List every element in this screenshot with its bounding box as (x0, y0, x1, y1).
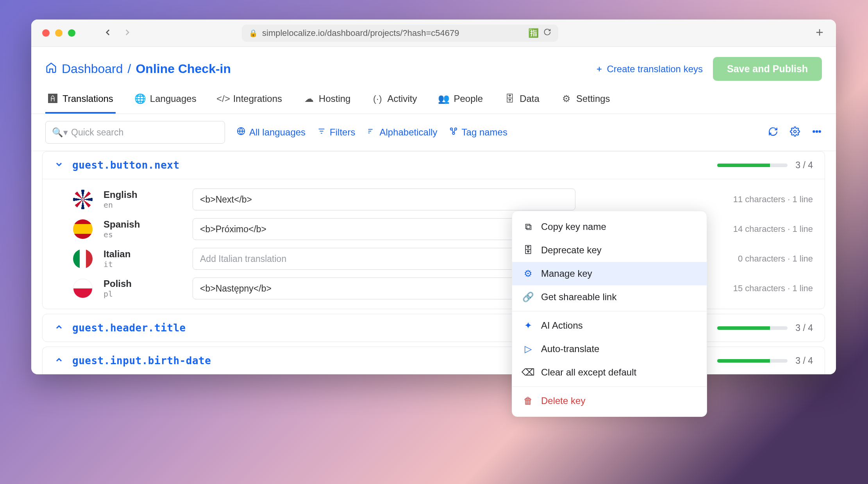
language-label: Spanishes (104, 219, 182, 239)
gear-icon: ⚙ (561, 93, 572, 104)
search-input[interactable]: 🔍▾ Quick search (45, 121, 225, 144)
tag-icon (449, 127, 458, 138)
menu-get-shareable-link[interactable]: 🔗Get shareable link (512, 285, 707, 309)
people-icon: 👥 (439, 93, 449, 104)
all-languages-filter[interactable]: All languages (237, 127, 305, 138)
more-icon[interactable] (812, 126, 822, 138)
svg-point-17 (819, 131, 820, 132)
code-icon: </> (218, 93, 229, 104)
progress-label: 3 / 4 (795, 323, 813, 333)
svg-point-14 (794, 130, 797, 133)
key-name: guest.button.next (72, 159, 180, 171)
tags-button[interactable]: Tag names (449, 127, 507, 138)
traffic-lights (42, 29, 75, 37)
url-bar[interactable]: 🔒 simplelocalize.io/dashboard/projects/?… (242, 25, 558, 42)
keys-list: guest.button.next 3 / 4 Englishen <b>Nex… (31, 151, 836, 374)
sort-button[interactable]: Alphabetically (367, 127, 437, 138)
key-context-menu: ⧉Copy key name 🗄Deprecate key ⚙Manage ke… (512, 211, 707, 417)
translation-input[interactable]: <b>Next</b> (193, 189, 575, 210)
menu-ai-actions[interactable]: ✦AI Actions (512, 314, 707, 337)
activity-icon: (·) (372, 93, 382, 104)
gear-icon: ⚙ (523, 268, 533, 279)
menu-auto-translate[interactable]: ▷Auto-translate (512, 337, 707, 361)
menu-copy-key-name[interactable]: ⧉Copy key name (512, 215, 707, 238)
svg-point-16 (816, 131, 818, 132)
key-name: guest.input.birth-date (72, 355, 211, 367)
filter-icon (317, 127, 326, 138)
sort-icon (367, 127, 375, 138)
search-icon: 🔍▾ (52, 127, 68, 138)
home-icon[interactable] (45, 62, 57, 77)
tab-translations[interactable]: 🅰Translations (45, 88, 116, 114)
menu-manage-key[interactable]: ⚙Manage key (512, 262, 707, 285)
back-button[interactable] (103, 27, 113, 39)
link-icon: 🔗 (523, 292, 533, 302)
progress-bar (717, 326, 788, 330)
refresh-icon[interactable] (768, 126, 778, 138)
minimize-window-button[interactable] (55, 29, 63, 37)
lock-icon: 🔒 (249, 29, 257, 37)
close-window-button[interactable] (42, 29, 50, 37)
progress-bar (717, 164, 788, 167)
filters-button[interactable]: Filters (317, 127, 355, 138)
key-row: guest.header.title 3 / 4 (42, 314, 825, 342)
key-header[interactable]: guest.header.title 3 / 4 (43, 314, 825, 342)
translation-row: Italianit Add Italian translation 0 char… (43, 244, 825, 274)
toolbar: 🔍▾ Quick search All languages Filters Al… (31, 114, 836, 151)
translation-meta: 11 characters · 1 line (733, 194, 813, 205)
language-label: Englishen (104, 189, 182, 210)
breadcrumb: Dashboard / Online Check-in (45, 62, 231, 77)
url-text: simplelocalize.io/dashboard/projects/?ha… (262, 28, 523, 38)
tab-languages[interactable]: 🌐Languages (133, 88, 199, 114)
progress-bar (717, 359, 788, 363)
translation-meta: 14 characters · 1 line (733, 224, 813, 234)
archive-icon: 🗄 (523, 245, 533, 256)
breadcrumb-project[interactable]: Online Check-in (136, 62, 231, 76)
chevron-down-icon (54, 160, 64, 171)
tab-activity[interactable]: (·)Activity (370, 88, 419, 114)
tab-data[interactable]: 🗄Data (502, 88, 542, 114)
clear-icon: ⌫ (523, 367, 533, 378)
browser-window: 🔒 simplelocalize.io/dashboard/projects/?… (31, 20, 836, 374)
maximize-window-button[interactable] (68, 29, 75, 37)
translation-meta: 0 characters · 1 line (738, 254, 813, 264)
play-icon: ▷ (523, 343, 533, 354)
breadcrumb-sep: / (128, 62, 131, 76)
menu-separator (512, 386, 707, 387)
globe-icon: 🌐 (135, 93, 145, 104)
tab-hosting[interactable]: ☁Hosting (302, 88, 353, 114)
flag-icon (73, 190, 93, 209)
nav-arrows (103, 27, 132, 39)
settings-icon[interactable] (790, 126, 800, 138)
forward-button[interactable] (122, 27, 132, 39)
menu-delete-key[interactable]: 🗑Delete key (512, 389, 707, 413)
cloud-icon: ☁ (304, 93, 314, 104)
key-header[interactable]: guest.button.next 3 / 4 (43, 151, 825, 179)
translation-row: Polishpl <b>Następny</b> 15 characters ·… (43, 274, 825, 303)
reload-icon[interactable] (543, 28, 551, 38)
tab-people[interactable]: 👥People (436, 88, 485, 114)
create-translation-keys-button[interactable]: Create translation keys (595, 64, 703, 75)
flag-icon (73, 219, 93, 239)
translation-row: Spanishes <b>Próximo</b> 14 characters ·… (43, 214, 825, 244)
save-and-publish-button[interactable]: Save and Publish (713, 57, 822, 81)
breadcrumb-root[interactable]: Dashboard (62, 62, 123, 76)
new-tab-button[interactable] (814, 27, 825, 39)
copy-icon: ⧉ (523, 221, 533, 232)
language-label: Italianit (104, 249, 182, 269)
flag-icon (73, 249, 93, 269)
chevron-up-icon (54, 322, 64, 333)
menu-separator (512, 311, 707, 311)
key-name: guest.header.title (72, 322, 186, 334)
tab-integrations[interactable]: </>Integrations (216, 88, 284, 114)
translate-icon[interactable]: 🈯 (528, 28, 539, 38)
menu-clear-all[interactable]: ⌫Clear all except default (512, 361, 707, 384)
tab-settings[interactable]: ⚙Settings (559, 88, 613, 114)
key-header[interactable]: guest.input.birth-date 3 / 4 (43, 347, 825, 374)
sparkle-icon: ✦ (523, 320, 533, 331)
translations-icon: 🅰 (48, 93, 58, 104)
translation-meta: 15 characters · 1 line (733, 283, 813, 294)
menu-deprecate-key[interactable]: 🗄Deprecate key (512, 238, 707, 262)
svg-point-15 (813, 131, 814, 132)
flag-icon (73, 279, 93, 298)
